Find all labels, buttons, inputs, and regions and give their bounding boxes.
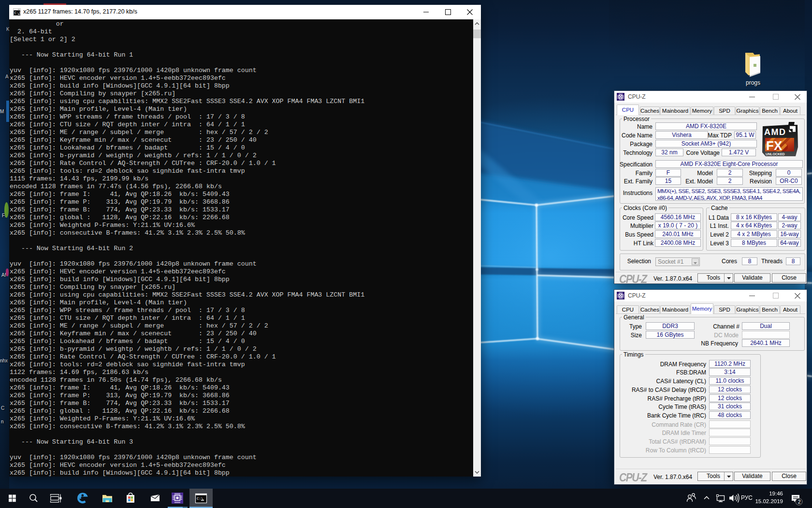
svg-text:AMD: AMD — [764, 127, 785, 137]
svg-text:FX: FX — [766, 138, 783, 153]
svg-text:UNLOCKED: UNLOCKED — [766, 152, 785, 156]
svg-text:2: 2 — [798, 499, 801, 505]
svg-text:C:\: C:\ — [14, 11, 21, 15]
